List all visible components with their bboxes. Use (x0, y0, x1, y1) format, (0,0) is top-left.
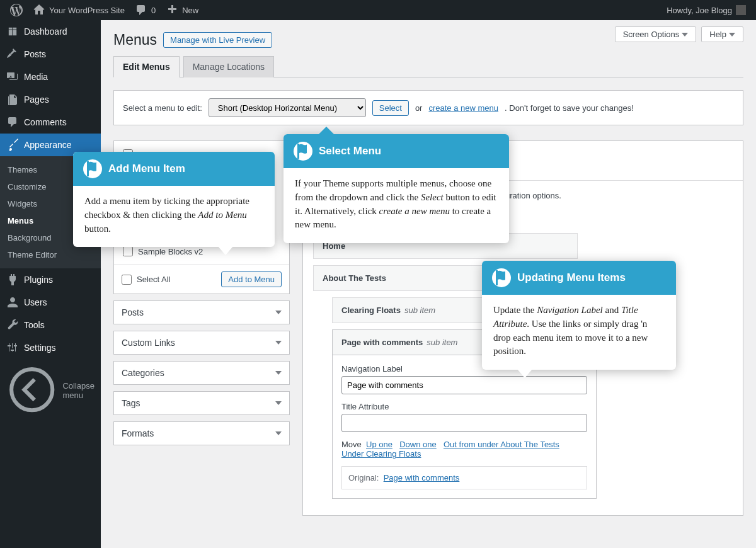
sidebar-plugins[interactable]: Plugins (0, 268, 101, 291)
sidebar-settings[interactable]: Settings (0, 336, 101, 359)
lbl: Appearance (24, 140, 72, 150)
chevron-down-icon (275, 371, 282, 375)
chevron-down-icon (275, 431, 282, 435)
move-down-link[interactable]: Down one (399, 440, 437, 449)
lbl: Collapse menu (62, 381, 94, 400)
title: Updating Menu Items (517, 271, 626, 284)
tabs: Edit Menus Manage Locations (113, 56, 743, 77)
move-up-link[interactable]: Up one (366, 440, 392, 449)
tags-meta-box[interactable]: Tags (114, 392, 289, 414)
live-preview-button[interactable]: Manage with Live Preview (163, 32, 272, 48)
lbl: Original: (348, 473, 379, 482)
lbl: Tools (24, 320, 45, 330)
avatar (736, 5, 746, 15)
new-label: New (182, 6, 198, 15)
create-menu-link[interactable]: create a new menu (428, 103, 498, 113)
add-to-menu-button[interactable]: Add to Menu (221, 271, 282, 287)
user-icon (6, 296, 19, 309)
tour-updating-items: Updating Menu Items Update the Navigatio… (482, 261, 676, 370)
move-out-link[interactable]: Out from under About The Tests (444, 440, 559, 449)
wp-logo[interactable] (5, 0, 28, 20)
wordpress-icon (10, 4, 23, 16)
select-label: Select a menu to edit: (123, 103, 202, 113)
flag-icon (294, 142, 312, 161)
sidebar-comments[interactable]: Comments (0, 111, 101, 134)
lbl: Plugins (24, 275, 53, 285)
lbl: Tags (122, 398, 140, 408)
chevron-down-icon (275, 311, 282, 314)
help-button[interactable]: Help (701, 26, 743, 42)
tab-manage-locations[interactable]: Manage Locations (183, 56, 274, 77)
lbl: Users (24, 297, 47, 307)
title: Add Menu Item (108, 163, 185, 175)
or-text: or (415, 103, 423, 113)
admin-sidebar: Dashboard Posts Media Pages Comments App… (0, 20, 101, 548)
title-attr-label: Title Attribute (341, 402, 587, 411)
sidebar-dashboard[interactable]: Dashboard (0, 20, 101, 43)
lbl: Select All (137, 275, 170, 284)
original-box: Original: Page with comments (341, 466, 587, 489)
select-all-checkbox[interactable] (122, 275, 132, 285)
posts-meta-box[interactable]: Posts (114, 301, 289, 324)
tour-add-menu-item: Add Menu Item Add a menu item by ticking… (73, 152, 275, 247)
lbl: Settings (24, 343, 56, 353)
menu-dropdown[interactable]: Short (Desktop Horizontal Menu) (209, 98, 366, 117)
chevron-down-icon (682, 33, 688, 37)
select-button[interactable]: Select (372, 100, 409, 116)
pin-icon (6, 48, 19, 60)
lbl: Formats (122, 428, 154, 438)
lbl: Comments (24, 117, 67, 127)
original-link[interactable]: Page with comments (384, 473, 460, 482)
collapse-menu[interactable]: Collapse menu (0, 359, 101, 422)
account-link[interactable]: Howdy, Joe Blogg (662, 0, 751, 20)
sidebar-posts[interactable]: Posts (0, 43, 101, 66)
lbl: About The Tests (323, 273, 386, 283)
brush-icon (6, 139, 19, 151)
lbl: Screen Options (623, 30, 680, 39)
sidebar-users[interactable]: Users (0, 291, 101, 314)
chevron-down-icon (729, 33, 735, 37)
plug-icon (6, 273, 19, 286)
subnote: sub item (404, 305, 435, 315)
nav-label-input[interactable] (341, 376, 587, 394)
site-link[interactable]: Your WordPress Site (28, 0, 130, 20)
dashboard-icon (6, 25, 19, 38)
lbl: Media (24, 72, 48, 82)
lbl: Posts (122, 307, 144, 317)
plus-icon (166, 4, 178, 16)
chevron-down-icon (275, 401, 282, 405)
title: Select Menu (319, 145, 381, 157)
lbl: Page with comments (341, 338, 423, 347)
lbl: Categories (122, 368, 164, 378)
sidebar-tools[interactable]: Tools (0, 314, 101, 336)
page-icon (6, 93, 19, 106)
sidebar-pages[interactable]: Pages (0, 88, 101, 111)
move-under-link[interactable]: Under Clearing Floats (341, 449, 421, 459)
move-links: Move Up one Down one Out from under Abou… (341, 440, 587, 459)
lbl: Dashboard (24, 26, 67, 37)
chk-sample-blocks-v2[interactable] (123, 246, 133, 256)
lbl: Custom Links (122, 338, 175, 348)
submenu-theme-editor[interactable]: Theme Editor (0, 246, 101, 263)
comment-icon (6, 116, 19, 128)
new-link[interactable]: New (161, 0, 203, 20)
site-name: Your WordPress Site (49, 6, 125, 15)
formats-meta-box[interactable]: Formats (114, 422, 289, 445)
admin-bar: Your WordPress Site 0 New Howdy, Joe Blo… (0, 0, 756, 20)
title-attr-input[interactable] (341, 414, 587, 432)
subnote: sub item (427, 338, 457, 347)
lbl: Pages (24, 94, 49, 105)
screen-options-button[interactable]: Screen Options (615, 26, 697, 42)
custom-links-meta-box[interactable]: Custom Links (114, 331, 289, 354)
sidebar-media[interactable]: Media (0, 66, 101, 88)
comments-link[interactable]: 0 (130, 0, 161, 20)
page-title: Menus (113, 31, 157, 49)
collapse-icon (6, 364, 57, 417)
categories-meta-box[interactable]: Categories (114, 362, 289, 384)
home-icon (33, 4, 45, 16)
chevron-down-icon (275, 341, 282, 345)
tab-edit-menus[interactable]: Edit Menus (113, 56, 180, 77)
flag-icon (83, 159, 102, 178)
tour-select-menu: Select Menu If your Theme supports multi… (284, 134, 509, 243)
comment-icon (135, 4, 147, 16)
